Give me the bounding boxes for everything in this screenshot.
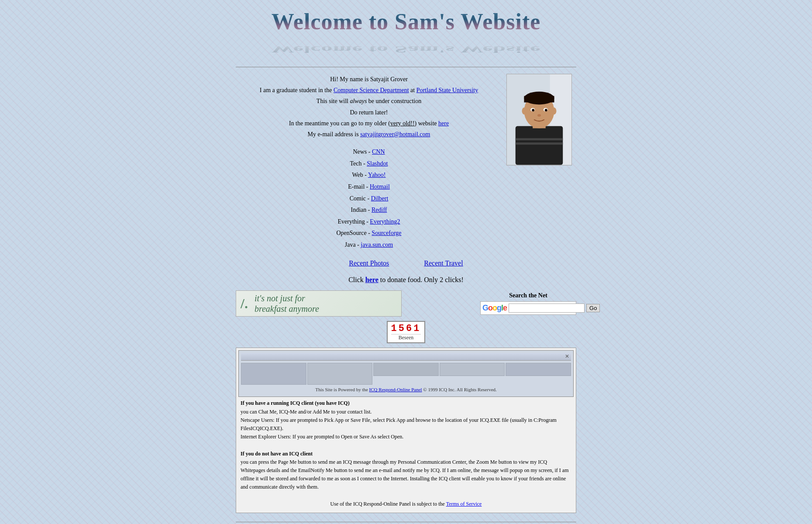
counter-area: 1561 Beseen (236, 321, 576, 343)
hotmail-link[interactable]: Hotmail (370, 183, 390, 190)
everything2-link[interactable]: Everything2 (370, 218, 400, 225)
banner-logo: /. (241, 296, 248, 312)
footer: Satyajit Grover Last modified: Wed Aug 2… (236, 522, 576, 524)
icq-respond-link[interactable]: ICQ Respond-Online Panel (369, 387, 422, 392)
title-reflection: Welcome to Sam's Website (236, 44, 576, 55)
food-section: Click here to donate food. Only 2 clicks… (236, 276, 576, 284)
svg-rect-2 (516, 126, 563, 165)
svg-rect-3 (516, 138, 563, 140)
icq-section1-netscape: Netscape Users: If you are prompted to P… (241, 416, 571, 433)
svg-point-15 (552, 107, 557, 114)
icq-cell-4 (440, 363, 505, 376)
icq-cell-1 (241, 363, 306, 385)
icq-info: If you have a running ICQ client (you ha… (238, 397, 574, 510)
search-input[interactable] (509, 303, 585, 313)
counter-digits: 1561 (391, 323, 421, 334)
search-area: Search the Net Google Go (480, 292, 576, 315)
link-comic: Comic - Dilbert (236, 193, 502, 205)
banner-line2: breakfast anymore (255, 303, 319, 314)
banner-text: it's not just for breakfast anymore (255, 293, 319, 314)
intro-line1: Hi! My name is Satyajit Grover (236, 74, 502, 85)
go-button[interactable]: Go (586, 304, 600, 312)
icq-section1-body: you can Chat Me, ICQ-Me and/or Add Me to… (241, 408, 571, 416)
search-label: Search the Net (480, 292, 576, 299)
link-indian: Indian - Rediff (236, 204, 502, 216)
link-tech: Tech - Slashdot (236, 158, 502, 170)
cnn-link[interactable]: CNN (372, 148, 385, 155)
svg-point-13 (537, 114, 541, 117)
icq-tos: Use of the ICQ Respond-Online Panel is s… (241, 500, 571, 508)
icq-section2-title: If you do not have an ICQ client (241, 450, 571, 458)
icq-grid (241, 363, 571, 385)
counter-box: 1561 Beseen (387, 321, 426, 343)
cs-dept-link[interactable]: Computer Science Department (334, 87, 409, 93)
rediff-link[interactable]: Rediff (372, 207, 387, 213)
icq-section1-ie: Internet Explorer Users: If you are prom… (241, 433, 571, 441)
recent-links: Recent Photos Recent Travel (236, 259, 576, 267)
link-web: Web - Yahoo! (236, 169, 502, 181)
intro-line5: In the meantime you can go to my older (… (236, 118, 502, 129)
link-everything: Everything - Everything2 (236, 216, 502, 228)
site-title: Welcome to Sam's Website (236, 9, 576, 34)
left-content: Hi! My name is Satyajit Grover I am a gr… (236, 74, 502, 251)
email-link[interactable]: satyajitgrover@hotmail.com (360, 131, 430, 138)
svg-rect-8 (524, 96, 554, 103)
psu-link[interactable]: Portland State University (416, 87, 478, 93)
intro-line2: I am a graduate student in the Computer … (236, 85, 502, 96)
banner-search-row: /. it's not just for breakfast anymore S… (236, 290, 576, 317)
icq-cell-3 (373, 363, 439, 376)
svg-rect-4 (516, 142, 563, 145)
link-news: News - CNN (236, 146, 502, 158)
dilbert-link[interactable]: Dilbert (371, 195, 389, 202)
slashdot-link[interactable]: Slashdot (367, 160, 388, 167)
links-section: News - CNN Tech - Slashdot Web - Yahoo! … (236, 146, 502, 251)
javasun-link[interactable]: java.sun.com (361, 241, 393, 248)
title-area: Welcome to Sam's Website Welcome to Sam'… (236, 0, 576, 65)
intro-line4: Do return later! (236, 107, 502, 118)
svg-point-11 (532, 109, 534, 111)
portrait-svg (507, 74, 571, 165)
banner-ad: /. it's not just for breakfast anymore (236, 290, 402, 317)
yahoo-link[interactable]: Yahoo! (368, 172, 386, 178)
old-site-link[interactable]: here (438, 120, 449, 127)
icq-section1-title: If you have a running ICQ client (you ha… (241, 399, 571, 407)
banner-line1: it's not just for (255, 293, 319, 303)
main-content: Hi! My name is Satyajit Grover I am a gr… (236, 74, 576, 251)
link-java: Java - java.sun.com (236, 239, 502, 251)
icq-toolbar: ✕ (241, 353, 571, 361)
icq-cell-5 (506, 363, 571, 376)
counter-label: Beseen (391, 334, 421, 341)
icq-inner: ✕ This Site is Powered by the ICQ Respon… (238, 350, 574, 397)
google-logo: Google (482, 303, 507, 313)
icq-poweredby: This Site is Powered by the ICQ Respond-… (241, 387, 571, 392)
search-box: Google Go (480, 301, 576, 315)
intro-line6: My e-mail address is satyajitgrover@hotm… (236, 129, 502, 140)
divider-top (236, 67, 576, 67)
icq-cell-2 (307, 363, 373, 385)
recent-travel-link[interactable]: Recent Travel (424, 259, 463, 267)
icq-section2-body: you can press the Page Me button to send… (241, 458, 571, 492)
icq-panel: ✕ This Site is Powered by the ICQ Respon… (236, 348, 576, 513)
intro-section: Hi! My name is Satyajit Grover I am a gr… (236, 74, 502, 140)
link-opensource: OpenSource - Sourceforge (236, 228, 502, 239)
portrait-image (506, 74, 572, 165)
svg-point-12 (545, 109, 547, 111)
recent-photos-link[interactable]: Recent Photos (349, 259, 389, 267)
intro-line3: This site will always be under construct… (236, 96, 502, 107)
sourceforge-link[interactable]: Sourceforge (372, 230, 401, 236)
tos-link[interactable]: Terms of Service (446, 501, 482, 507)
right-photo (506, 74, 576, 165)
svg-point-14 (522, 107, 526, 114)
food-link[interactable]: here (365, 276, 378, 283)
link-email: E-mail - Hotmail (236, 181, 502, 193)
